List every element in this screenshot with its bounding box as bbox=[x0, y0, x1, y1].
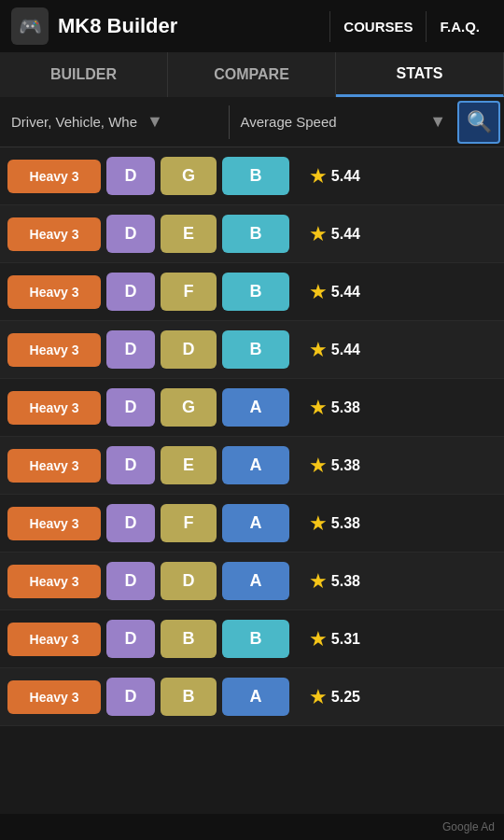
score-value: 5.38 bbox=[331, 457, 360, 474]
cell-col3: B bbox=[222, 330, 289, 369]
cell-col1: D bbox=[106, 157, 155, 195]
filter-left-text: Driver, Vehicle, Whe bbox=[11, 114, 137, 130]
cell-col2: B bbox=[161, 678, 217, 716]
tab-builder[interactable]: BUILDER bbox=[0, 52, 168, 97]
star-icon: ★ bbox=[309, 685, 328, 709]
table-row[interactable]: Heavy 3 D E B ★ 5.44 bbox=[0, 205, 504, 263]
cell-col1: D bbox=[106, 215, 155, 253]
cell-col1: D bbox=[106, 678, 155, 716]
logo-icon: 🎮 bbox=[19, 15, 42, 37]
cell-driver: Heavy 3 bbox=[7, 449, 101, 483]
cell-col3: A bbox=[222, 388, 289, 427]
app-header: 🎮 MK8 Builder COURSES F.A.Q. bbox=[0, 0, 504, 52]
cell-col2: D bbox=[161, 562, 217, 600]
cell-col1: D bbox=[106, 446, 155, 484]
search-icon: 🔍 bbox=[467, 110, 492, 134]
star-icon: ★ bbox=[309, 222, 328, 246]
cell-driver: Heavy 3 bbox=[7, 333, 101, 367]
cell-col3: B bbox=[222, 273, 289, 311]
table-row[interactable]: Heavy 3 D B B ★ 5.31 bbox=[0, 610, 504, 668]
cell-col1: D bbox=[106, 330, 155, 369]
header-navigation: COURSES F.A.Q. bbox=[329, 11, 493, 42]
cell-col3: B bbox=[222, 620, 289, 658]
score-value: 5.38 bbox=[331, 399, 360, 416]
score-value: 5.38 bbox=[331, 573, 360, 590]
cell-col2: G bbox=[161, 388, 217, 427]
score-value: 5.44 bbox=[331, 342, 360, 358]
table-row[interactable]: Heavy 3 D E A ★ 5.38 bbox=[0, 437, 504, 495]
star-icon: ★ bbox=[309, 511, 328, 536]
cell-driver: Heavy 3 bbox=[7, 160, 101, 193]
star-icon: ★ bbox=[309, 338, 328, 362]
score-value: 5.44 bbox=[331, 226, 360, 243]
nav-item-courses[interactable]: COURSES bbox=[329, 11, 426, 42]
table-row[interactable]: Heavy 3 D B A ★ 5.25 bbox=[0, 668, 504, 726]
filter-left[interactable]: Driver, Vehicle, Whe ▼ bbox=[0, 112, 229, 132]
filter-right-text: Average Speed bbox=[241, 114, 337, 130]
ad-label: Google Ad bbox=[442, 820, 495, 833]
star-icon: ★ bbox=[309, 396, 328, 420]
cell-col2: E bbox=[161, 215, 217, 253]
score-value: 5.44 bbox=[331, 168, 360, 185]
tab-stats[interactable]: STATS bbox=[336, 52, 504, 97]
table-row[interactable]: Heavy 3 D G B ★ 5.44 bbox=[0, 147, 504, 205]
star-icon: ★ bbox=[309, 627, 328, 651]
table-row[interactable]: Heavy 3 D D B ★ 5.44 bbox=[0, 321, 504, 379]
table-row[interactable]: Heavy 3 D F B ★ 5.44 bbox=[0, 263, 504, 321]
cell-col2: G bbox=[161, 157, 217, 195]
cell-driver: Heavy 3 bbox=[7, 680, 101, 714]
cell-col2: E bbox=[161, 446, 217, 484]
app-logo: 🎮 bbox=[11, 7, 49, 45]
ad-bar: Google Ad bbox=[0, 814, 504, 840]
app-title: MK8 Builder bbox=[58, 14, 329, 38]
filter-right[interactable]: Average Speed ▼ bbox=[230, 112, 458, 132]
cell-score: ★ 5.38 bbox=[295, 454, 360, 478]
cell-col1: D bbox=[106, 562, 155, 600]
score-value: 5.38 bbox=[331, 515, 360, 532]
star-icon: ★ bbox=[309, 454, 328, 478]
cell-score: ★ 5.44 bbox=[295, 164, 360, 189]
cell-score: ★ 5.25 bbox=[295, 685, 360, 709]
cell-driver: Heavy 3 bbox=[7, 391, 101, 425]
cell-col1: D bbox=[106, 504, 155, 542]
table-row[interactable]: Heavy 3 D F A ★ 5.38 bbox=[0, 495, 504, 553]
cell-col3: B bbox=[222, 157, 289, 195]
star-icon: ★ bbox=[309, 280, 328, 304]
cell-score: ★ 5.38 bbox=[295, 396, 360, 420]
cell-score: ★ 5.31 bbox=[295, 627, 360, 651]
cell-col3: A bbox=[222, 446, 289, 484]
cell-score: ★ 5.38 bbox=[295, 511, 360, 536]
score-value: 5.31 bbox=[331, 631, 360, 648]
score-value: 5.44 bbox=[331, 284, 360, 301]
cell-col2: B bbox=[161, 620, 217, 658]
cell-col3: A bbox=[222, 678, 289, 716]
cell-col2: F bbox=[161, 504, 217, 542]
cell-score: ★ 5.44 bbox=[295, 280, 360, 304]
cell-score: ★ 5.44 bbox=[295, 338, 360, 362]
tab-bar: BUILDER COMPARE STATS bbox=[0, 52, 504, 97]
table-row[interactable]: Heavy 3 D G A ★ 5.38 bbox=[0, 379, 504, 437]
tab-compare[interactable]: COMPARE bbox=[168, 52, 336, 97]
star-icon: ★ bbox=[309, 164, 328, 189]
cell-driver: Heavy 3 bbox=[7, 507, 101, 540]
cell-col3: B bbox=[222, 215, 289, 253]
score-value: 5.25 bbox=[331, 689, 360, 706]
cell-driver: Heavy 3 bbox=[7, 565, 101, 598]
cell-col3: A bbox=[222, 504, 289, 542]
cell-driver: Heavy 3 bbox=[7, 275, 101, 309]
cell-score: ★ 5.44 bbox=[295, 222, 360, 246]
star-icon: ★ bbox=[309, 569, 328, 594]
cell-driver: Heavy 3 bbox=[7, 217, 101, 251]
table-row[interactable]: Heavy 3 D D A ★ 5.38 bbox=[0, 553, 504, 610]
cell-driver: Heavy 3 bbox=[7, 623, 101, 656]
cell-col2: D bbox=[161, 330, 217, 369]
search-button[interactable]: 🔍 bbox=[457, 101, 500, 144]
filter-right-arrow: ▼ bbox=[429, 112, 446, 132]
filter-row: Driver, Vehicle, Whe ▼ Average Speed ▼ 🔍 bbox=[0, 97, 504, 147]
cell-col3: A bbox=[222, 562, 289, 600]
nav-item-faq[interactable]: F.A.Q. bbox=[426, 11, 493, 42]
cell-score: ★ 5.38 bbox=[295, 569, 360, 594]
cell-col2: F bbox=[161, 273, 217, 311]
cell-col1: D bbox=[106, 273, 155, 311]
results-table: Heavy 3 D G B ★ 5.44 Heavy 3 D E B ★ 5.4… bbox=[0, 147, 504, 814]
